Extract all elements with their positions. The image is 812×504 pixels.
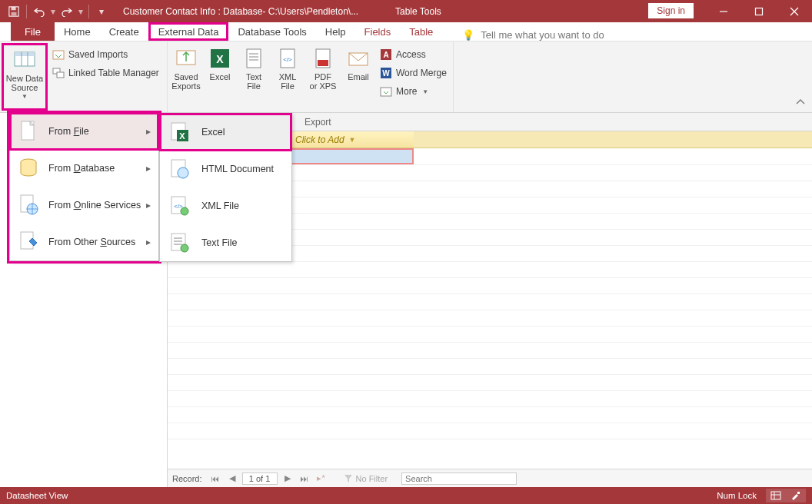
view-mode-label: Datasheet View	[6, 491, 68, 500]
tell-me-search[interactable]: 💡 Tell me what you want to do	[462, 29, 604, 41]
svg-point-43	[181, 207, 188, 215]
new-record-button[interactable]: ▸*	[314, 473, 328, 483]
svg-point-40	[178, 167, 188, 178]
export-text-button[interactable]: Text File	[237, 43, 271, 111]
import-excel-menu-item[interactable]: X Excel	[160, 114, 291, 151]
maximize-button[interactable]	[741, 0, 777, 22]
word-icon: W	[380, 67, 392, 79]
dropdown-caret-icon: ▼	[349, 136, 356, 144]
record-position[interactable]: 1 of 1	[242, 472, 278, 485]
svg-rect-1	[12, 6, 16, 9]
svg-rect-13	[57, 72, 64, 78]
from-online-services-menu-item[interactable]: From Online Services ▸	[10, 187, 158, 224]
text-file-icon	[169, 232, 191, 254]
from-file-menu-item[interactable]: From File ▸	[10, 113, 158, 150]
tab-table[interactable]: Table	[400, 22, 442, 41]
export-email-button[interactable]: Email	[341, 43, 375, 111]
last-record-button[interactable]: ⏭	[298, 474, 311, 483]
tab-database-tools[interactable]: Database Tools	[228, 22, 315, 41]
svg-rect-4	[756, 8, 763, 15]
excel-icon: X	[169, 121, 191, 143]
from-file-label: From File	[48, 126, 89, 137]
export-pdf-label: PDF or XPS	[310, 72, 337, 91]
text-file-icon	[241, 46, 266, 71]
ribbon-group-export: Saved Exports X Excel Text File </> XML …	[168, 41, 454, 112]
import-xml-menu-item[interactable]: </> XML File	[160, 187, 291, 224]
linked-table-manager-icon	[52, 67, 65, 79]
chevron-right-icon: ▸	[146, 163, 151, 174]
linked-table-manager-button[interactable]: Linked Table Manager	[52, 65, 159, 81]
separator	[26, 5, 27, 18]
import-html-label: HTML Document	[201, 164, 274, 174]
collapse-ribbon-button[interactable]	[795, 98, 806, 106]
export-excel-button[interactable]: X Excel	[203, 43, 237, 111]
redo-dropdown-icon[interactable]: ▾	[76, 2, 85, 21]
first-record-button[interactable]: ⏮	[208, 474, 222, 483]
chevron-right-icon: ▸	[146, 237, 151, 247]
from-database-menu-item[interactable]: From Database ▸	[10, 150, 158, 187]
next-record-button[interactable]: ▶	[281, 473, 295, 483]
record-label: Record:	[172, 474, 202, 483]
click-to-add-column[interactable]: Click to Add ▼	[291, 131, 414, 148]
tab-home[interactable]: Home	[55, 22, 100, 41]
from-online-label: From Online Services	[48, 200, 141, 211]
from-other-sources-menu-item[interactable]: From Other Sources ▸	[10, 224, 158, 260]
tab-fields[interactable]: Fields	[355, 22, 401, 41]
export-pdf-button[interactable]: PDF or XPS	[304, 43, 341, 111]
svg-rect-8	[15, 52, 35, 56]
tab-create[interactable]: Create	[100, 22, 148, 41]
datasheet-view-button[interactable]	[766, 489, 786, 502]
export-xml-button[interactable]: </> XML File	[271, 43, 304, 111]
import-xml-label: XML File	[201, 201, 239, 211]
xml-icon: </>	[169, 195, 191, 217]
close-button[interactable]	[777, 0, 812, 22]
svg-rect-2	[12, 12, 17, 15]
tab-external-data[interactable]: External Data	[148, 22, 229, 41]
export-word-merge-button[interactable]: W Word Merge	[380, 65, 447, 81]
undo-dropdown-icon[interactable]: ▾	[48, 2, 58, 21]
search-box[interactable]	[401, 472, 517, 485]
ribbon-group-import: New Data Source ▼ Saved Imports Linked T…	[0, 41, 168, 112]
excel-icon: X	[208, 46, 232, 71]
record-navigator: Record: ⏮ ◀ 1 of 1 ▶ ⏭ ▸* No Filter	[168, 469, 812, 487]
status-bar: Datasheet View Num Lock	[0, 487, 812, 504]
export-word-merge-label: Word Merge	[396, 68, 447, 78]
sign-in-button[interactable]: Sign in	[648, 3, 694, 18]
saved-exports-label: Saved Exports	[171, 72, 200, 91]
export-email-label: Email	[348, 72, 369, 81]
save-icon[interactable]	[5, 2, 23, 21]
import-html-menu-item[interactable]: HTML Document	[160, 151, 291, 187]
prev-record-button[interactable]: ◀	[225, 473, 239, 483]
linked-table-manager-label: Linked Table Manager	[68, 68, 159, 78]
export-access-label: Access	[396, 49, 426, 60]
new-record-cell[interactable]	[291, 148, 414, 164]
export-text-label: Text File	[246, 72, 261, 91]
export-access-button[interactable]: A Access	[380, 46, 447, 63]
qat-customize-icon[interactable]: ▾	[92, 2, 111, 21]
window-controls: Sign in	[648, 0, 812, 22]
html-icon	[169, 158, 191, 180]
export-more-button[interactable]: More ▼	[380, 83, 447, 100]
design-view-button[interactable]	[786, 489, 806, 502]
import-text-menu-item[interactable]: Text File	[160, 224, 291, 261]
new-data-source-menu: From File ▸ From Database ▸ From Online …	[9, 113, 159, 261]
saved-exports-button[interactable]: Saved Exports	[169, 43, 203, 111]
chevron-right-icon: ▸	[146, 126, 151, 137]
minimize-button[interactable]	[706, 0, 741, 22]
window-title: Customer Contact Info : Database- C:\Use…	[123, 6, 358, 17]
svg-text:X: X	[216, 53, 224, 65]
svg-rect-52	[797, 492, 800, 494]
new-data-source-button[interactable]: New Data Source ▼	[3, 45, 46, 109]
tab-help[interactable]: Help	[316, 22, 355, 41]
redo-icon[interactable]	[58, 2, 76, 21]
contextual-tab-label: Table Tools	[384, 0, 452, 22]
undo-icon[interactable]	[30, 2, 48, 21]
no-filter-label: No Filter	[356, 474, 388, 483]
tab-file[interactable]: File	[11, 22, 55, 41]
filter-indicator[interactable]: No Filter	[344, 474, 388, 483]
saved-imports-button[interactable]: Saved Imports	[52, 46, 159, 63]
saved-imports-label: Saved Imports	[68, 49, 128, 60]
saved-exports-icon	[174, 46, 198, 71]
export-more-label: More	[396, 86, 417, 97]
tell-me-placeholder: Tell me what you want to do	[481, 29, 604, 41]
